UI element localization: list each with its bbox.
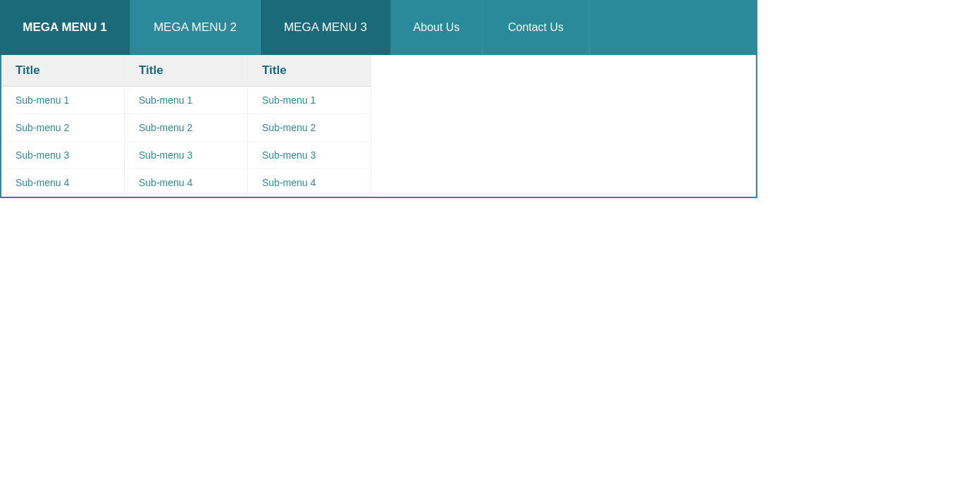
dropdown-column-1: TitleSub-menu 1Sub-menu 2Sub-menu 3Sub-m… xyxy=(1,55,125,197)
nav-item-mega1[interactable]: MEGA MENU 1 xyxy=(0,0,130,55)
dropdown-item-col1-2[interactable]: Sub-menu 2 xyxy=(1,114,124,142)
dropdown-item-col3-3[interactable]: Sub-menu 3 xyxy=(248,142,371,169)
dropdown-item-col3-1[interactable]: Sub-menu 1 xyxy=(248,87,371,114)
dropdown-column-2: TitleSub-menu 1Sub-menu 2Sub-menu 3Sub-m… xyxy=(125,55,248,197)
dropdown-item-col3-4[interactable]: Sub-menu 4 xyxy=(248,169,371,197)
dropdown-item-col2-2[interactable]: Sub-menu 2 xyxy=(125,114,247,142)
nav-item-contact[interactable]: Contact Us xyxy=(483,0,590,55)
nav-item-mega2[interactable]: MEGA MENU 2 xyxy=(130,0,261,55)
nav-item-about[interactable]: About Us xyxy=(391,0,483,55)
dropdown-item-col3-2[interactable]: Sub-menu 2 xyxy=(248,114,371,142)
dropdown-column-3: TitleSub-menu 1Sub-menu 2Sub-menu 3Sub-m… xyxy=(248,55,371,197)
dropdown-item-col1-4[interactable]: Sub-menu 4 xyxy=(1,169,124,197)
dropdown-spacer xyxy=(371,55,756,197)
dropdown-column-title-3: Title xyxy=(248,55,371,87)
dropdown-item-col2-3[interactable]: Sub-menu 3 xyxy=(125,142,247,169)
navbar: MEGA MENU 1 MEGA MENU 2 MEGA MENU 3 Abou… xyxy=(0,0,757,55)
dropdown-item-col1-1[interactable]: Sub-menu 1 xyxy=(1,87,124,114)
nav-item-mega3[interactable]: MEGA MENU 3 xyxy=(261,0,391,55)
dropdown-column-title-2: Title xyxy=(125,55,247,87)
dropdown-item-col1-3[interactable]: Sub-menu 3 xyxy=(1,142,124,169)
dropdown-panel: TitleSub-menu 1Sub-menu 2Sub-menu 3Sub-m… xyxy=(0,55,757,198)
dropdown-column-title-1: Title xyxy=(1,55,124,87)
dropdown-item-col2-1[interactable]: Sub-menu 1 xyxy=(125,87,247,114)
dropdown-item-col2-4[interactable]: Sub-menu 4 xyxy=(125,169,247,197)
